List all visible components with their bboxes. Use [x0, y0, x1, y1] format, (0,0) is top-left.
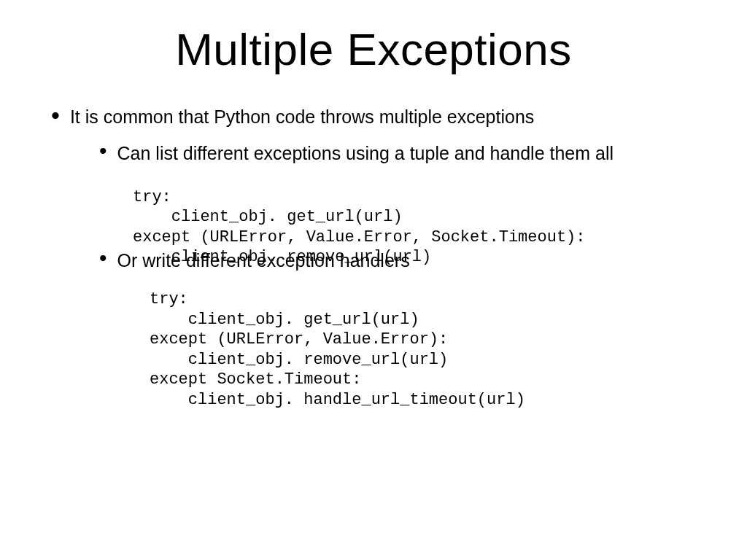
code-line: except Socket.Timeout: — [150, 370, 361, 389]
code-line: client_obj. handle_url_timeout(url) — [150, 391, 525, 409]
bullet-dot-icon: • — [99, 249, 107, 268]
code-line: client_obj. get_url(url) — [150, 311, 419, 329]
code-line: except (URLError, Value.Error): — [150, 330, 448, 349]
bullet-text: Or write different exception handlers — [117, 249, 410, 273]
code-line: try: — [133, 188, 171, 206]
bullet-text: It is common that Python code throws mul… — [70, 106, 534, 128]
code-line: client_obj. get_url(url) — [133, 208, 403, 226]
bullet-text: Can list different exceptions using a tu… — [117, 141, 614, 166]
bullet-level1: • It is common that Python code throws m… — [44, 106, 703, 128]
code-block-2: try: client_obj. get_url(url) except (UR… — [150, 289, 703, 410]
slide-title: Multiple Exceptions — [44, 23, 703, 75]
bullet-dot-icon: • — [99, 141, 107, 160]
code-line: client_obj. remove_url(url) — [150, 351, 448, 369]
code-line: except (URLError, Value.Error, Socket.Ti… — [133, 228, 586, 246]
code-line: try: — [150, 290, 188, 308]
bullet-level2: • Can list different exceptions using a … — [99, 141, 703, 166]
bullet-dot-icon: • — [51, 106, 60, 125]
slide: Multiple Exceptions • It is common that … — [0, 0, 747, 560]
bullet-level2-overlap: • Or write different exception handlers — [99, 249, 703, 273]
